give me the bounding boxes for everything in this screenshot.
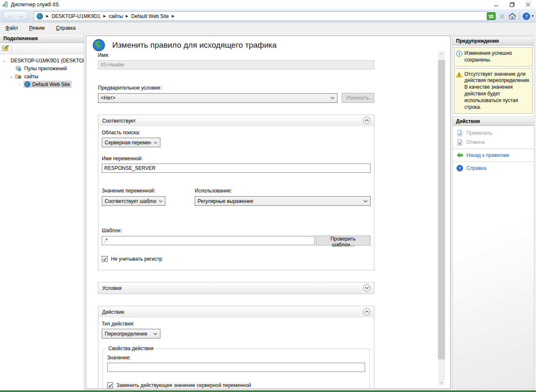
variable-name-input[interactable] (102, 164, 371, 173)
actions-separator (453, 149, 534, 149)
scroll-up-button[interactable]: ⌃ (438, 51, 445, 58)
window-border (0, 390, 536, 392)
collapse-action-button[interactable] (363, 308, 371, 315)
globe-icon (36, 13, 43, 20)
cancel-icon (456, 139, 463, 146)
apply-action: Применить (453, 128, 534, 138)
refresh-icon (487, 12, 496, 20)
actions-list: Применить Отмена Назад к правилам Справк… (453, 126, 534, 175)
save-connection-button[interactable] (2, 44, 9, 53)
page-title: Изменить правило для исходящего трафика (112, 41, 277, 50)
action-properties-title: Свойства действия (106, 346, 155, 351)
replace-value-checkbox[interactable] (107, 382, 113, 388)
help-link[interactable]: Справка (453, 164, 534, 173)
selected-tree-item[interactable]: Default Web Site (23, 81, 72, 88)
stop-icon (499, 13, 505, 20)
right-panel: Предупреждения Изменения успешно сохране… (452, 36, 534, 389)
breadcrumb-separator-icon: ▶ (126, 14, 128, 18)
name-label: Имя: (98, 52, 374, 58)
warning-icon (456, 72, 462, 78)
refresh-button[interactable] (487, 12, 496, 20)
value-label: Значение: (107, 355, 365, 361)
name-field (98, 60, 374, 69)
variable-name-label: Имя переменной: (102, 156, 371, 161)
actions-separator (453, 161, 534, 162)
action-properties-groupbox: Свойства действия Значение: Заменить дей… (103, 348, 370, 389)
test-pattern-button[interactable]: Проверить шаблон... (316, 236, 371, 246)
variable-value-select[interactable]: Соответствует шаблону (102, 196, 165, 206)
window-title: Диспетчер служб IIS (11, 2, 59, 8)
help-icon (456, 165, 463, 172)
pattern-input[interactable] (102, 236, 315, 245)
conditions-section-title: Условия (102, 285, 121, 291)
ignore-case-checkbox[interactable] (102, 256, 108, 262)
sites-folder-icon (15, 73, 21, 79)
ignore-case-label: Не учитывать регистр (111, 256, 162, 262)
action-type-select[interactable]: Переопределение (102, 329, 160, 338)
tree-item-server[interactable]: ⌄ DESKTOP-U1MK9D1 (DESKTOP (0, 56, 84, 64)
menu-item-help[interactable]: Справка (56, 25, 76, 31)
forward-button[interactable]: → (18, 13, 23, 19)
connections-title: Подключения (0, 33, 84, 43)
warning-alert-text: Отсутствует значение для действия переоп… (464, 71, 531, 111)
home-button[interactable] (508, 13, 516, 20)
section-action: Действие Тип действия: Переопределение С… (98, 306, 374, 389)
address-bar[interactable]: ▶ DESKTOP-U1MK9D1 ▶ сайты ▶ Default Web … (34, 11, 488, 21)
chevron-up-icon (365, 310, 369, 313)
warning-alert: Отсутствует значение для действия переоп… (454, 68, 533, 114)
breadcrumb-sites[interactable]: сайты (109, 13, 123, 19)
connections-panel: Подключения ⌄ DESKTOP-U1MK9D1 (DESKTOP П… (0, 33, 84, 390)
stop-button[interactable] (499, 13, 505, 20)
main-scrollbar[interactable]: ⌃ ⌄ (438, 51, 445, 385)
chevron-down-icon (159, 200, 162, 202)
application-pools-icon (15, 65, 21, 72)
info-alert: Изменения успешно сохранены. (454, 47, 533, 67)
cancel-action: Отмена (453, 138, 534, 147)
scroll-thumb[interactable] (438, 60, 445, 359)
chevron-up-icon (365, 119, 369, 122)
scroll-down-button[interactable]: ⌄ (438, 378, 445, 385)
info-alert-text: Изменения успешно сохранены. (464, 50, 531, 64)
scope-label: Область поиска: (102, 130, 371, 136)
page-globe-icon (93, 39, 105, 51)
warnings-title: Предупреждения (453, 36, 534, 46)
toolbar-separator (12, 45, 12, 52)
connections-tree: ⌄ DESKTOP-U1MK9D1 (DESKTOP Пулы приложен… (0, 54, 84, 88)
breadcrumb-default-web-site[interactable]: Default Web Site (131, 13, 169, 19)
replace-value-label: Заменить действующее значение серверной … (116, 382, 251, 388)
tree-item-default-web-site[interactable]: › Default Web Site (0, 80, 84, 88)
tree-item-app-pools[interactable]: Пулы приложений (0, 64, 84, 72)
action-section-title: Действие (102, 309, 124, 315)
breadcrumb-separator-icon: ▶ (103, 14, 106, 18)
collapse-match-button[interactable] (363, 117, 371, 124)
chevron-down-icon (365, 287, 369, 289)
breadcrumb-server[interactable]: DESKTOP-U1MK9D1 (52, 13, 100, 19)
toolbar-separator (519, 13, 520, 20)
menu-item-view[interactable]: Режим (29, 25, 45, 31)
menu-item-file[interactable]: Файл (5, 25, 18, 31)
chevron-down-icon (154, 141, 157, 144)
value-input[interactable] (107, 363, 365, 372)
close-button[interactable] (520, 0, 536, 9)
apply-icon (456, 130, 463, 136)
chevron-down-icon[interactable]: ⌄ (9, 74, 13, 79)
iis-manager-window: Диспетчер служб IIS ← → ▶ DESKTOP-U1MK9D… (0, 0, 536, 392)
help-menu-button[interactable]: ▼ (523, 13, 534, 20)
precondition-select[interactable]: <Нет> (98, 93, 338, 103)
pattern-label: Шаблон: (102, 228, 371, 233)
restore-button[interactable] (504, 0, 520, 9)
connections-toolbar (0, 43, 84, 54)
scope-select[interactable]: Серверная переменн (102, 138, 160, 147)
chevron-down-icon[interactable]: ⌄ (3, 58, 6, 63)
section-conditions: Условия (98, 282, 374, 294)
edit-precondition-button[interactable]: Изменить... (342, 93, 374, 103)
chevron-right-icon[interactable]: › (18, 82, 22, 87)
minimize-button[interactable] (488, 0, 504, 9)
tree-item-sites[interactable]: ⌄ сайты (0, 72, 84, 80)
navigation-bar: ← → ▶ DESKTOP-U1MK9D1 ▶ сайты ▶ Default … (0, 9, 536, 23)
back-to-rules-link[interactable]: Назад к правилам (453, 151, 534, 160)
back-button[interactable]: ← (8, 13, 13, 19)
usage-select[interactable]: Регулярные выражения (195, 196, 371, 206)
expand-conditions-button[interactable] (363, 284, 371, 292)
main-content: Изменить правило для исходящего трафика … (86, 36, 451, 389)
